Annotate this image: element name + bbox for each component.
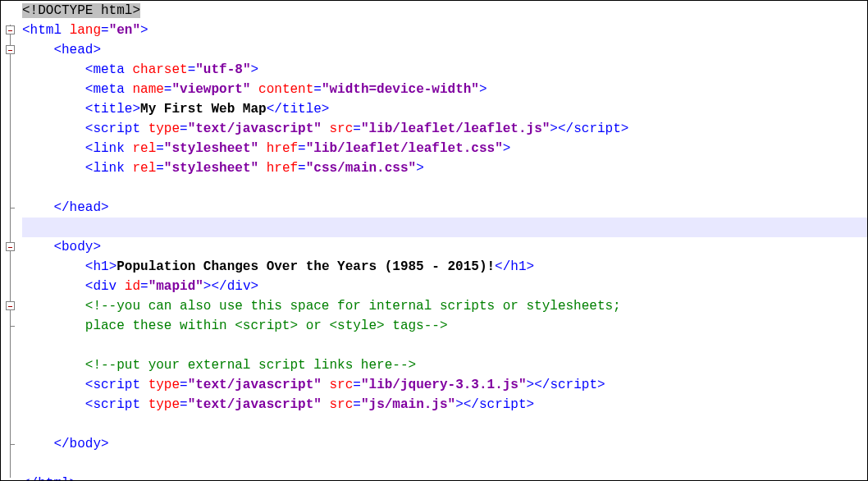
fold-end-marker <box>10 208 15 208</box>
code-line[interactable]: <meta name="viewport" content="width=dev… <box>22 80 867 99</box>
code-line[interactable]: </html> <box>22 474 867 480</box>
code-line[interactable]: <script type="text/javascript" src="js/m… <box>22 395 867 415</box>
fold-end-marker <box>10 326 15 327</box>
code-line[interactable]: <!DOCTYPE html> <box>22 1 867 21</box>
code-line[interactable] <box>22 218 867 237</box>
code-line[interactable]: <html lang="en"> <box>22 21 867 40</box>
fold-toggle-icon[interactable] <box>6 301 15 310</box>
fold-toggle-icon[interactable] <box>6 25 15 34</box>
code-line[interactable]: <body> <box>22 237 867 257</box>
code-line[interactable]: place these within <script> or <style> t… <box>22 316 867 336</box>
code-line[interactable] <box>22 178 867 198</box>
fold-toggle-icon[interactable] <box>6 45 15 54</box>
code-line[interactable]: <!--you can also use this space for inte… <box>22 296 867 316</box>
code-line[interactable]: <title>My First Web Map</title> <box>22 99 867 119</box>
code-line[interactable]: <link rel="stylesheet" href="lib/leaflet… <box>22 139 867 158</box>
code-line[interactable]: <h1>Population Changes Over the Years (1… <box>22 257 867 277</box>
code-line[interactable] <box>22 336 867 355</box>
code-line[interactable]: <meta charset="utf-8"> <box>22 60 867 80</box>
code-line[interactable] <box>22 454 867 474</box>
code-line[interactable]: <div id="mapid"></div> <box>22 277 867 296</box>
fold-end-marker <box>10 444 15 445</box>
code-line[interactable]: <script type="text/javascript" src="lib/… <box>22 375 867 395</box>
fold-gutter <box>1 1 21 480</box>
code-line[interactable]: <head> <box>22 40 867 60</box>
code-area[interactable]: <!DOCTYPE html><html lang="en"> <head> <… <box>21 1 867 480</box>
code-line[interactable]: <script type="text/javascript" src="lib/… <box>22 119 867 139</box>
code-line[interactable] <box>22 415 867 434</box>
code-editor: <!DOCTYPE html><html lang="en"> <head> <… <box>1 1 867 480</box>
code-line[interactable]: </head> <box>22 198 867 218</box>
code-line[interactable]: <!--put your external script links here-… <box>22 355 867 375</box>
code-line[interactable]: <link rel="stylesheet" href="css/main.cs… <box>22 158 867 178</box>
code-line[interactable]: </body> <box>22 434 867 454</box>
fold-toggle-icon[interactable] <box>6 242 15 251</box>
